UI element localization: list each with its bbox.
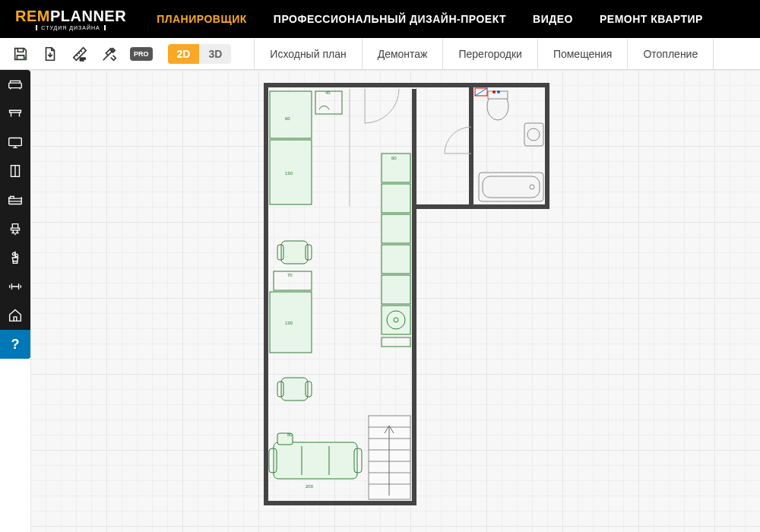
tab-heating[interactable]: Отопление (627, 39, 714, 69)
logo[interactable]: REMPLANNER СТУДИЯ ДИЗАЙНА (15, 8, 126, 30)
view-3d-button[interactable]: 3D (199, 44, 231, 64)
svg-point-14 (497, 90, 500, 93)
canvas[interactable]: 45 60 130 70 130 (30, 70, 760, 532)
dim-label: 60 (391, 156, 397, 160)
svg-rect-21 (274, 271, 312, 290)
save-icon[interactable] (11, 45, 30, 63)
sidebar-gym-icon[interactable] (0, 272, 30, 301)
sidebar-tv-icon[interactable] (0, 128, 30, 157)
measure-icon[interactable]: m² (71, 45, 89, 63)
dim-label: 80 (287, 432, 293, 437)
tab-rooms[interactable]: Помещения (537, 39, 628, 69)
view-toggle: 2D 3D (168, 44, 232, 64)
svg-text:m²: m² (80, 56, 86, 62)
dim-label: 60 (285, 116, 290, 121)
sidebar-door-icon[interactable] (0, 157, 30, 185)
svg-rect-35 (382, 245, 410, 274)
svg-rect-33 (382, 184, 410, 213)
nav-planner[interactable]: ПЛАНИРОВЩИК (157, 13, 247, 25)
sidebar-help-button[interactable]: ? (0, 330, 30, 359)
svg-rect-3 (9, 138, 22, 146)
view-2d-button[interactable]: 2D (168, 44, 200, 64)
sidebar: ? (0, 70, 30, 359)
dim-label: 130 (285, 321, 293, 325)
tab-partitions[interactable]: Перегородки (442, 39, 537, 69)
dim-label: 45 (325, 90, 331, 95)
nav-video[interactable]: ВИДЕО (533, 13, 573, 25)
header: REMPLANNER СТУДИЯ ДИЗАЙНА ПЛАНИРОВЩИК ПР… (0, 0, 760, 38)
staircase (369, 416, 410, 499)
svg-rect-34 (382, 214, 410, 243)
svg-rect-37 (382, 306, 410, 334)
dim-label: 70 (287, 273, 293, 277)
svg-rect-26 (274, 442, 357, 479)
sidebar-chair-icon[interactable] (0, 214, 30, 243)
sidebar-bed-icon[interactable] (0, 185, 30, 214)
logo-text: REMPLANNER (15, 8, 126, 24)
sidebar-home-icon[interactable] (0, 301, 30, 330)
svg-rect-15 (270, 91, 312, 138)
toolbar: m² PRO 2D 3D Исходный план Демонтаж Пере… (0, 38, 760, 70)
logo-rem: REM (15, 8, 50, 24)
tools-icon[interactable] (100, 45, 119, 63)
export-icon[interactable] (41, 45, 59, 63)
nav-renovation[interactable]: РЕМОНТ КВАРТИР (600, 13, 703, 25)
tab-original-plan[interactable]: Исходный план (254, 39, 361, 69)
nav-design-project[interactable]: ПРОФЕССИОНАЛЬНЫЙ ДИЗАЙН-ПРОЕКТ (274, 13, 506, 25)
dim-label: 130 (285, 171, 293, 176)
svg-point-13 (492, 90, 496, 93)
svg-rect-40 (382, 337, 410, 347)
svg-rect-23 (281, 378, 308, 401)
tab-demolition[interactable]: Демонтаж (362, 39, 443, 69)
logo-planner: PLANNER (50, 8, 126, 24)
dim-label: 200 (306, 484, 314, 489)
sidebar-sofa-icon[interactable] (0, 70, 30, 99)
plan-tabs: Исходный план Демонтаж Перегородки Помещ… (254, 39, 714, 69)
floorplan[interactable]: 45 60 130 70 130 (243, 78, 562, 532)
pro-badge[interactable]: PRO (130, 47, 153, 61)
sidebar-table-icon[interactable] (0, 99, 30, 128)
main-nav: ПЛАНИРОВЩИК ПРОФЕССИОНАЛЬНЫЙ ДИЗАЙН-ПРОЕ… (157, 13, 703, 25)
svg-rect-18 (281, 241, 308, 264)
svg-rect-36 (382, 275, 410, 304)
sidebar-plant-icon[interactable] (0, 243, 30, 272)
svg-rect-1 (9, 83, 22, 87)
logo-subtitle: СТУДИЯ ДИЗАЙНА (36, 25, 105, 30)
